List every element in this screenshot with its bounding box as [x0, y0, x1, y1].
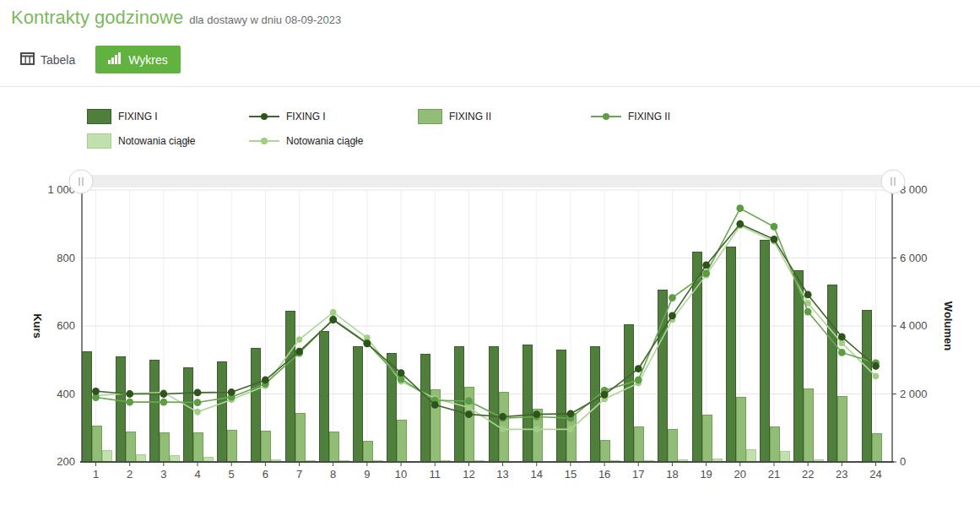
- dot-ciagle-h14[interactable]: [533, 426, 540, 433]
- dot-fixing1-h13[interactable]: [499, 413, 506, 421]
- dot-fixing2-h21[interactable]: [771, 223, 778, 231]
- bar-fixing1-h21[interactable]: [760, 240, 769, 462]
- legend-item-fixing1-price[interactable]: FIXING I: [249, 108, 326, 124]
- legend-item-fixing1-volume[interactable]: FIXING I: [87, 108, 158, 124]
- dot-fixing2-h22[interactable]: [804, 308, 812, 316]
- dot-ciagle-h23[interactable]: [839, 339, 846, 346]
- bar-fixing1-h14[interactable]: [522, 345, 532, 462]
- dot-fixing1-h7[interactable]: [295, 348, 303, 356]
- bar-fixing1-h1[interactable]: [82, 351, 91, 462]
- bar-fixing2-h23[interactable]: [838, 396, 847, 462]
- dot-fixing2-h23[interactable]: [838, 349, 846, 356]
- bar-fixing1-h24[interactable]: [862, 310, 871, 462]
- bar-fixing2-h6[interactable]: [262, 432, 271, 462]
- dot-fixing1-h4[interactable]: [194, 388, 202, 396]
- dot-fixing1-h3[interactable]: [160, 390, 167, 398]
- dot-fixing2-h3[interactable]: [160, 399, 167, 406]
- dot-fixing1-h12[interactable]: [465, 410, 473, 418]
- dot-fixing1-h2[interactable]: [126, 390, 133, 398]
- bar-ciagle-h21[interactable]: [780, 451, 789, 462]
- bar-ciagle-h1[interactable]: [102, 451, 111, 462]
- dot-ciagle-h24[interactable]: [873, 373, 880, 380]
- legend-item-ciagle-volume[interactable]: Notowania ciągłe: [87, 133, 195, 149]
- bar-fixing1-h8[interactable]: [319, 332, 328, 462]
- right-tick-label: 2 000: [900, 388, 928, 400]
- bar-fixing2-h10[interactable]: [398, 421, 407, 462]
- bar-fixing1-h2[interactable]: [116, 356, 125, 462]
- dot-fixing2-h19[interactable]: [702, 269, 710, 277]
- dot-fixing2-h2[interactable]: [126, 399, 133, 406]
- bar-fixing1-h23[interactable]: [828, 285, 837, 462]
- dot-fixing1-h9[interactable]: [363, 340, 371, 348]
- bar-fixing2-h21[interactable]: [770, 427, 779, 462]
- dot-fixing2-h20[interactable]: [736, 204, 744, 212]
- bar-fixing2-h22[interactable]: [804, 389, 814, 462]
- dot-fixing2-h4[interactable]: [194, 399, 202, 406]
- dot-fixing1-h6[interactable]: [262, 377, 269, 384]
- dot-fixing1-h24[interactable]: [872, 362, 880, 370]
- dot-fixing1-h14[interactable]: [533, 410, 540, 418]
- bar-fixing2-h16[interactable]: [601, 441, 610, 462]
- dot-fixing1-h19[interactable]: [702, 262, 710, 269]
- bar-fixing2-h8[interactable]: [329, 432, 338, 462]
- bar-fixing2-h20[interactable]: [736, 398, 745, 462]
- bar-fixing2-h18[interactable]: [669, 430, 678, 462]
- dot-fixing1-h16[interactable]: [601, 391, 609, 399]
- dot-fixing1-h22[interactable]: [804, 291, 812, 299]
- dot-fixing1-h17[interactable]: [635, 365, 642, 372]
- bar-ciagle-h2[interactable]: [136, 455, 145, 462]
- dot-fixing2-h12[interactable]: [465, 398, 473, 405]
- dot-fixing1-h11[interactable]: [431, 401, 439, 409]
- bar-fixing1-h11[interactable]: [421, 354, 430, 462]
- dot-ciagle-h15[interactable]: [567, 426, 574, 433]
- bar-fixing1-h5[interactable]: [218, 361, 227, 462]
- bar-fixing1-h22[interactable]: [794, 271, 804, 462]
- legend-item-ciagle-price[interactable]: Notowania ciągłe: [249, 133, 363, 149]
- bar-fixing1-h9[interactable]: [353, 347, 362, 462]
- bar-fixing1-h20[interactable]: [726, 247, 735, 462]
- dot-ciagle-h12[interactable]: [466, 405, 473, 411]
- dot-ciagle-h13[interactable]: [500, 426, 506, 433]
- bar-fixing2-h9[interactable]: [363, 442, 372, 462]
- bar-fixing1-h4[interactable]: [184, 367, 193, 462]
- dot-fixing1-h1[interactable]: [92, 388, 100, 395]
- range-handle-left[interactable]: [69, 170, 93, 193]
- dot-fixing1-h20[interactable]: [736, 220, 744, 228]
- bar-fixing1-h6[interactable]: [252, 349, 261, 462]
- dot-fixing1-h8[interactable]: [329, 316, 337, 323]
- tab-tabela[interactable]: Tabela: [12, 46, 84, 73]
- bar-fixing2-h17[interactable]: [635, 427, 644, 462]
- bar-fixing2-h4[interactable]: [194, 433, 203, 462]
- bar-fixing2-h7[interactable]: [295, 413, 305, 462]
- bar-ciagle-h20[interactable]: [746, 450, 755, 462]
- dot-fixing2-h18[interactable]: [669, 294, 676, 301]
- bar-fixing1-h17[interactable]: [625, 324, 634, 462]
- bar-fixing1-h18[interactable]: [658, 290, 668, 462]
- dot-ciagle-h8[interactable]: [330, 309, 337, 316]
- dot-fixing1-h21[interactable]: [771, 236, 778, 243]
- bar-fixing2-h5[interactable]: [228, 431, 237, 462]
- legend-item-fixing2-volume[interactable]: FIXING II: [418, 108, 491, 124]
- tab-wykres[interactable]: Wykres: [95, 46, 181, 73]
- dot-fixing1-h23[interactable]: [838, 333, 846, 340]
- dot-fixing2-h17[interactable]: [635, 377, 642, 384]
- dot-fixing1-h15[interactable]: [567, 410, 575, 417]
- range-handle-right[interactable]: [881, 170, 905, 193]
- bar-fixing2-h1[interactable]: [92, 426, 101, 462]
- dot-fixing1-h18[interactable]: [669, 312, 676, 320]
- bar-fixing1-h13[interactable]: [489, 346, 498, 462]
- bar-ciagle-h3[interactable]: [170, 456, 179, 462]
- bar-fixing1-h15[interactable]: [556, 350, 566, 462]
- bar-fixing1-h3[interactable]: [149, 360, 159, 462]
- bar-fixing2-h3[interactable]: [160, 433, 169, 462]
- dot-ciagle-h4[interactable]: [194, 409, 201, 415]
- range-selector-track[interactable]: [82, 175, 892, 187]
- dot-fixing1-h5[interactable]: [228, 388, 236, 396]
- bar-fixing2-h19[interactable]: [702, 415, 712, 462]
- bar-fixing2-h2[interactable]: [126, 432, 135, 462]
- dot-fixing1-h10[interactable]: [398, 369, 405, 377]
- bar-fixing1-h7[interactable]: [285, 311, 295, 462]
- bar-fixing2-h24[interactable]: [872, 433, 881, 462]
- legend-item-fixing2-price[interactable]: FIXING II: [591, 108, 670, 124]
- dot-ciagle-h7[interactable]: [296, 336, 303, 343]
